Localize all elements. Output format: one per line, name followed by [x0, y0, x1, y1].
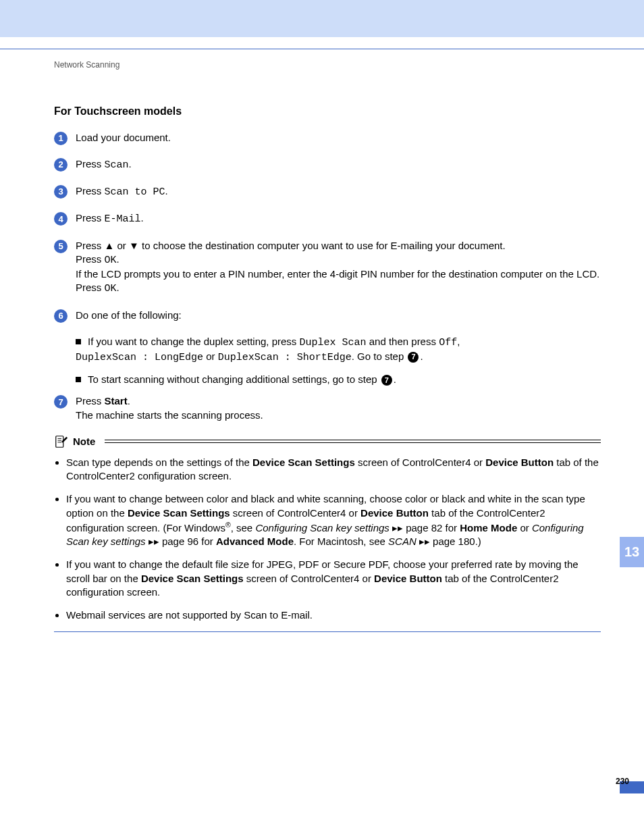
section-end-rule — [54, 631, 601, 632]
sub-item: To start scanning without changing addit… — [76, 373, 601, 386]
text-bold: Home Mode — [460, 522, 517, 533]
code: Off — [439, 337, 457, 348]
code: OK — [105, 283, 117, 294]
note-item: If you want to change between color and … — [66, 492, 601, 548]
running-head: Network Scanning — [54, 59, 601, 70]
code: DuplexScan : ShortEdge — [218, 352, 352, 363]
superscript: ® — [225, 521, 231, 529]
text: . — [141, 212, 144, 224]
step-6-sublist: If you want to change the duplex setting… — [76, 335, 601, 387]
text: Press Start. — [76, 394, 601, 408]
text: . Go to step — [352, 350, 407, 362]
code: DuplexScan : LongEdge — [76, 352, 203, 363]
square-bullet-icon — [76, 339, 81, 344]
text-bold: Device Scan Settings — [252, 457, 355, 468]
step-ref-icon: 7 — [408, 352, 419, 363]
step-6: 6 Do one of the following: — [54, 309, 601, 323]
note-item: Webmail services are not supported by Sc… — [66, 608, 601, 622]
text-bold: Device Button — [374, 573, 442, 584]
text: . — [117, 253, 119, 265]
text: , see — [231, 522, 256, 533]
code: Scan to PC — [105, 186, 165, 198]
step-badge-5: 5 — [54, 240, 68, 253]
step-7: 7 Press Start. The machine starts the sc… — [54, 394, 601, 422]
text: screen of ControlCenter4 or — [355, 457, 485, 468]
text: Press — [76, 253, 105, 265]
step-ref-icon: 7 — [381, 375, 392, 386]
note-label: Note — [73, 435, 95, 448]
step-badge-7: 7 — [54, 395, 68, 409]
text-bold: Device Scan Settings — [141, 573, 244, 584]
step-badge-1: 1 — [54, 132, 68, 145]
text: screen of ControlCenter4 or — [230, 507, 360, 519]
text-bold: Device Scan Settings — [128, 507, 230, 519]
header-rule — [0, 49, 644, 49]
step-4: 4 Press E-Mail. — [54, 211, 601, 226]
text: Press OK. — [76, 281, 601, 296]
code: Scan — [105, 159, 129, 171]
text: or — [203, 350, 218, 362]
text: . For Macintosh, see — [294, 536, 388, 547]
note-item: Scan type depends on the settings of the… — [66, 456, 601, 484]
text: . — [128, 395, 130, 407]
text: Press — [76, 395, 105, 407]
text: ▸▸ page 180.) — [417, 536, 481, 547]
text-italic: SCAN — [388, 536, 417, 547]
text: . — [165, 185, 168, 197]
step-7-text: Press Start. The machine starts the scan… — [76, 394, 601, 422]
text: . — [117, 282, 119, 293]
code: OK — [105, 255, 117, 266]
text-italic: Configuring Scan key settings — [255, 522, 389, 533]
note-header: Note — [54, 434, 601, 449]
step-2: 2 Press Scan. — [54, 157, 601, 172]
square-bullet-icon — [76, 377, 81, 382]
text-bold: Start — [105, 395, 128, 407]
step-badge-3: 3 — [54, 185, 68, 199]
header-band — [0, 0, 644, 37]
step-3-text: Press Scan to PC. — [76, 184, 601, 199]
step-3: 3 Press Scan to PC. — [54, 184, 601, 199]
step-badge-6: 6 — [54, 309, 68, 323]
text-bold: Advanced Mode — [216, 536, 294, 547]
step-badge-2: 2 — [54, 158, 68, 172]
note-rule — [105, 440, 601, 443]
code: Duplex Scan — [300, 337, 367, 348]
text: Press OK. — [76, 253, 601, 267]
text: ▸▸ page 82 for — [390, 522, 460, 533]
text-bold: Device Button — [360, 507, 429, 519]
text: If the LCD prompts you to enter a PIN nu… — [76, 267, 601, 281]
text: To start scanning without changing addit… — [88, 373, 380, 385]
text-bold: Device Button — [485, 457, 554, 468]
text: . — [420, 350, 423, 362]
step-1-text: Load your document. — [76, 131, 601, 145]
chapter-tab: 13 — [620, 537, 644, 567]
page-content: Network Scanning For Touchscreen models … — [54, 59, 601, 632]
step-6-text: Do one of the following: — [76, 309, 601, 322]
step-badge-4: 4 — [54, 212, 68, 226]
text: Press — [76, 282, 105, 293]
text: and then press — [367, 336, 439, 347]
text: ▸▸ page 96 for — [146, 536, 216, 547]
step-4-text: Press E-Mail. — [76, 211, 601, 226]
page-number: 230 — [616, 776, 629, 787]
text: If you want to change the duplex setting… — [88, 336, 300, 347]
note-list: Scan type depends on the settings of the… — [54, 456, 601, 623]
text: , — [457, 336, 460, 347]
code: E-Mail — [105, 213, 141, 225]
text: Press — [76, 212, 105, 224]
text: Scan type depends on the settings of the — [66, 457, 252, 468]
step-2-text: Press Scan. — [76, 157, 601, 172]
text: Press — [76, 185, 105, 197]
step-5-text: Press ▲ or ▼ to choose the destination c… — [76, 239, 601, 296]
note-item: If you want to change the default file s… — [66, 558, 601, 599]
text: . — [129, 158, 132, 170]
step-5: 5 Press ▲ or ▼ to choose the destination… — [54, 239, 601, 296]
note-icon — [54, 434, 69, 449]
text: or — [517, 522, 532, 533]
step-1: 1 Load your document. — [54, 131, 601, 145]
text: Press — [76, 158, 105, 170]
section-title: For Touchscreen models — [54, 104, 601, 119]
sub-item: If you want to change the duplex setting… — [76, 335, 601, 365]
text: The machine starts the scanning process. — [76, 409, 601, 422]
text: screen of ControlCenter4 or — [244, 573, 374, 584]
